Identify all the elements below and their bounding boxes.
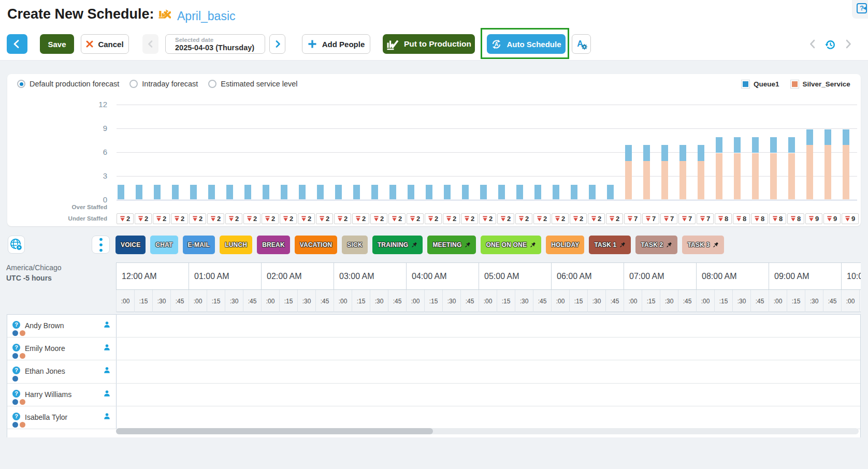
svg-text:A: A bbox=[495, 41, 498, 47]
